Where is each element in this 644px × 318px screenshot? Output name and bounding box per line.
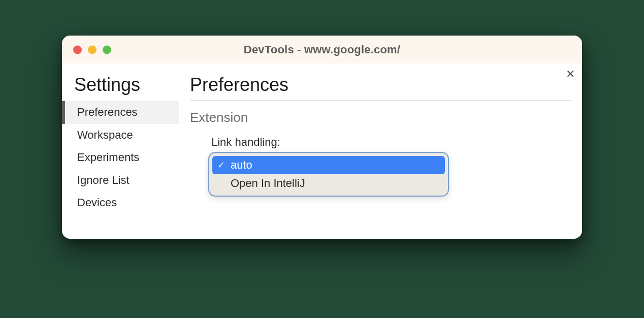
link-handling-dropdown[interactable]: ✓ auto ✓ Open In IntelliJ (209, 153, 448, 196)
traffic-lights (73, 45, 111, 54)
check-icon: ✓ (217, 160, 231, 171)
dropdown-option-open-in-intellij[interactable]: ✓ Open In IntelliJ (212, 174, 445, 193)
sidebar-item-devices[interactable]: Devices (62, 192, 179, 214)
minimize-window-button[interactable] (88, 45, 96, 54)
sidebar-item-ignore-list[interactable]: Ignore List (62, 169, 179, 192)
dropdown-option-label: auto (231, 158, 252, 172)
dropdown-option-label: Open In IntelliJ (231, 177, 305, 190)
section-title-extension: Extension (190, 110, 572, 125)
sidebar-item-experiments[interactable]: Experiments (62, 146, 179, 169)
settings-heading: Settings (74, 76, 179, 94)
window-title: DevTools - www.google.com/ (62, 43, 582, 56)
dropdown-option-auto[interactable]: ✓ auto (212, 156, 445, 174)
title-divider (190, 100, 572, 101)
sidebar-item-preferences[interactable]: Preferences (62, 101, 179, 124)
close-settings-button[interactable]: ✕ (563, 67, 578, 82)
devtools-window: DevTools - www.google.com/ Settings Pref… (62, 36, 582, 239)
sidebar-item-label: Preferences (77, 106, 138, 118)
settings-nav-list: Preferences Workspace Experiments Ignore… (62, 101, 179, 214)
close-icon: ✕ (566, 68, 575, 81)
zoom-window-button[interactable] (103, 45, 111, 54)
window-titlebar: DevTools - www.google.com/ (62, 36, 582, 63)
settings-content: Settings Preferences Workspace Experimen… (62, 63, 582, 239)
settings-sidebar: Settings Preferences Workspace Experimen… (62, 63, 179, 239)
sidebar-item-label: Experiments (77, 151, 139, 164)
close-window-button[interactable] (73, 45, 82, 54)
settings-main: ✕ Preferences Extension Link handling: ✓… (179, 63, 582, 239)
sidebar-item-label: Ignore List (77, 174, 130, 186)
sidebar-item-label: Devices (77, 196, 117, 209)
sidebar-item-workspace[interactable]: Workspace (62, 124, 179, 147)
page-title: Preferences (190, 76, 572, 94)
link-handling-label: Link handling: (211, 136, 572, 149)
sidebar-item-label: Workspace (77, 129, 133, 141)
